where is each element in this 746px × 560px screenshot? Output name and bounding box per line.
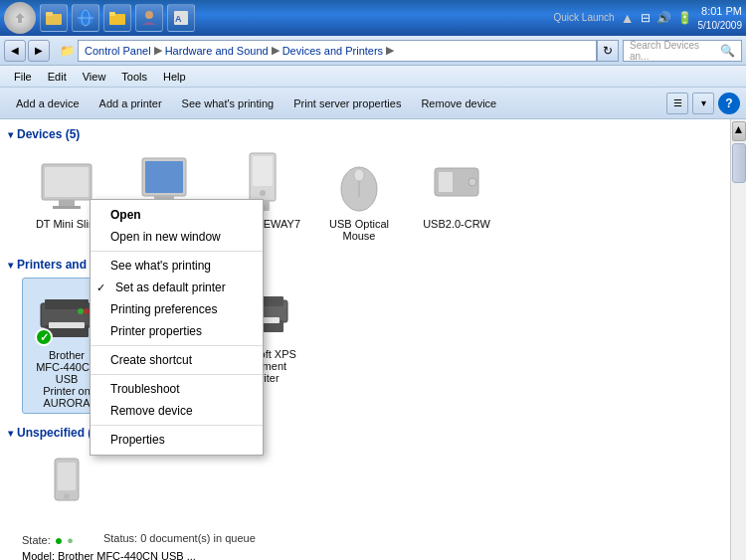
status-area: Status: 0 document(s) in queue <box>103 532 256 544</box>
path-part-1[interactable]: Control Panel <box>85 45 151 57</box>
default-printer-badge: ✓ <box>35 328 53 346</box>
unspecified-collapse-arrow: ▾ <box>8 428 13 439</box>
taskbar-time: 8:01 PM 5/10/2009 <box>698 4 743 31</box>
menu-tools[interactable]: Tools <box>113 69 155 85</box>
taskbar-icon-3[interactable] <box>103 4 131 32</box>
toolbar-right: ☰ ▾ ? <box>666 93 740 114</box>
menu-file[interactable]: File <box>6 69 40 85</box>
context-menu-open-new[interactable]: Open in new window <box>91 226 263 248</box>
svg-rect-2 <box>46 12 53 16</box>
taskbar-icon-2[interactable] <box>72 4 99 32</box>
svg-rect-7 <box>109 12 115 16</box>
help-button[interactable]: ? <box>718 93 740 114</box>
usb-mouse-icon <box>327 151 391 215</box>
printers-collapse-arrow: ▾ <box>8 260 13 271</box>
svg-rect-16 <box>145 161 183 193</box>
address-bar: ◀ ▶ 📁 Control Panel ▶ Hardware and Sound… <box>0 36 746 66</box>
context-menu-open[interactable]: Open <box>91 204 263 226</box>
view-dropdown-button[interactable]: ▾ <box>692 93 714 114</box>
state-area: State: ● ● <box>22 532 74 548</box>
devices-section-label: Devices (5) <box>17 127 80 141</box>
context-sep-4 <box>91 425 263 426</box>
path-part-3[interactable]: Devices and Printers <box>282 45 384 57</box>
model-label: Model: <box>22 550 55 560</box>
device-usb-mouse[interactable]: USB OpticalMouse <box>314 147 404 246</box>
context-sep-3 <box>91 374 263 375</box>
taskbar-icon-1[interactable] <box>40 4 68 32</box>
state-icon2: ● <box>67 534 74 546</box>
menu-view[interactable]: View <box>75 69 114 85</box>
see-whats-printing-button[interactable]: See what's printing <box>172 94 284 112</box>
svg-rect-27 <box>439 172 453 192</box>
menu-help[interactable]: Help <box>155 69 194 85</box>
taskbar: A Quick Launch ▲ ⊟ 🔊 🔋 8:01 PM 5/10/2009 <box>0 0 746 36</box>
context-menu-create-shortcut[interactable]: Create shortcut <box>91 349 263 371</box>
svg-point-33 <box>78 308 84 314</box>
svg-rect-30 <box>45 299 89 309</box>
usb-crw-icon <box>425 151 488 215</box>
devices-collapse-arrow: ▾ <box>8 129 13 140</box>
context-sep-1 <box>91 251 263 252</box>
context-menu: Open Open in new window See what's print… <box>90 199 264 456</box>
model-area: Model: Brother MFC-440CN USB ... <box>22 550 196 560</box>
taskbar-right: Quick Launch ▲ ⊟ 🔊 🔋 8:01 PM 5/10/2009 <box>553 4 742 31</box>
context-menu-properties[interactable]: Properties <box>91 429 263 451</box>
quick-launch-label: Quick Launch <box>553 12 614 23</box>
printer-info: State: ● ● Status: 0 document(s) in queu… <box>22 532 722 548</box>
svg-point-21 <box>260 190 266 196</box>
state-icon: ● <box>55 532 63 548</box>
devices-section-header[interactable]: ▾ Devices (5) <box>8 127 722 141</box>
context-menu-printing-prefs[interactable]: Printing preferences <box>91 298 263 320</box>
context-menu-remove-device[interactable]: Remove device <box>91 400 263 422</box>
refresh-button[interactable]: ↻ <box>597 40 619 62</box>
remove-device-button[interactable]: Remove device <box>411 94 506 112</box>
svg-rect-14 <box>53 206 81 209</box>
taskbar-icon-4[interactable] <box>135 4 163 32</box>
svg-rect-32 <box>49 322 85 328</box>
svg-point-8 <box>145 11 153 19</box>
device-usb-crw[interactable]: USB2.0-CRW <box>412 147 501 246</box>
scroll-thumb[interactable] <box>732 143 746 183</box>
context-menu-troubleshoot[interactable]: Troubleshoot <box>91 378 263 400</box>
usb-mouse-label: USB OpticalMouse <box>329 218 389 242</box>
search-box[interactable]: Search Devices an... 🔍 <box>623 40 742 62</box>
usb-crw-label: USB2.0-CRW <box>423 218 490 230</box>
location-icon: 📁 <box>56 40 78 62</box>
context-menu-printer-props[interactable]: Printer properties <box>91 320 263 342</box>
unspecified-grid <box>22 446 722 520</box>
context-sep-2 <box>91 345 263 346</box>
address-path[interactable]: Control Panel ▶ Hardware and Sound ▶ Dev… <box>78 40 597 62</box>
menu-edit[interactable]: Edit <box>40 69 75 85</box>
taskbar-icon-5[interactable]: A <box>167 4 195 32</box>
forward-button[interactable]: ▶ <box>28 40 50 62</box>
path-part-2[interactable]: Hardware and Sound <box>165 45 269 57</box>
taskbar-icons: A <box>40 4 195 32</box>
device-unspecified[interactable] <box>22 446 111 520</box>
scrollbar[interactable]: ▲ <box>730 119 746 560</box>
printer-model-info: Model: Brother MFC-440CN USB ... <box>22 550 722 560</box>
add-printer-button[interactable]: Add a printer <box>90 94 172 112</box>
start-button[interactable] <box>4 2 36 34</box>
svg-point-28 <box>468 178 476 186</box>
state-label: State: <box>22 534 51 546</box>
menu-bar: File Edit View Tools Help <box>0 66 746 88</box>
context-menu-see-printing[interactable]: See what's printing <box>91 255 263 277</box>
view-options-button[interactable]: ☰ <box>666 93 688 114</box>
model-value: Brother MFC-440CN USB ... <box>58 550 196 560</box>
svg-point-25 <box>354 169 364 181</box>
toolbar: Add a device Add a printer See what's pr… <box>0 88 746 119</box>
context-menu-set-default[interactable]: Set as default printer <box>91 277 263 298</box>
status-value: 0 document(s) in queue <box>140 532 256 544</box>
unspecified-icon <box>35 450 98 513</box>
dt-mini-slim-label: DT Mini Slim <box>36 218 97 230</box>
add-device-button[interactable]: Add a device <box>6 94 90 112</box>
back-button[interactable]: ◀ <box>4 40 26 62</box>
print-server-properties-button[interactable]: Print server properties <box>283 94 411 112</box>
svg-rect-13 <box>59 200 75 206</box>
svg-rect-20 <box>253 156 273 186</box>
svg-rect-12 <box>45 167 89 197</box>
svg-text:A: A <box>175 14 182 24</box>
scroll-up-button[interactable]: ▲ <box>732 121 746 141</box>
svg-point-45 <box>64 493 70 499</box>
svg-rect-44 <box>58 463 76 490</box>
